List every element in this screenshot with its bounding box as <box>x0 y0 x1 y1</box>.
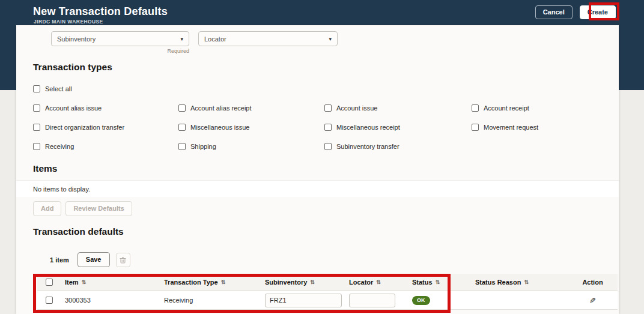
subinventory-select-label: Subinventory <box>57 35 96 43</box>
transaction-types-heading: Transaction types <box>33 62 112 73</box>
type-label: Account issue <box>336 104 377 112</box>
row-transaction-type-cell: Receiving <box>160 297 261 304</box>
delete-button[interactable] <box>116 253 130 267</box>
locator-select[interactable]: Locator ▾ <box>198 31 338 46</box>
type-label: Miscellaneous issue <box>190 124 249 131</box>
type-row-account-alias-issue: Account alias issue <box>33 104 178 112</box>
select-all-label: Select all <box>45 85 72 92</box>
save-button[interactable]: Save <box>77 252 110 267</box>
trash-icon <box>120 256 126 264</box>
row-subinventory-input[interactable] <box>265 294 342 307</box>
type-row-account-alias-receipt: Account alias receipt <box>178 104 324 112</box>
select-all-checkbox[interactable] <box>33 85 40 92</box>
column-header-subinventory[interactable]: Subinventory ⇅ <box>261 279 345 286</box>
type-row-account-receipt: Account receipt <box>472 104 604 112</box>
transaction-types-grid: Account alias issue Account alias receip… <box>33 104 604 150</box>
sort-icon[interactable]: ⇅ <box>376 280 381 285</box>
column-label: Locator <box>349 279 373 286</box>
type-row-miscellaneous-receipt: Miscellaneous receipt <box>324 124 472 131</box>
account-alias-receipt-checkbox[interactable] <box>178 104 186 112</box>
defaults-toolbar: 1 item Save <box>50 252 130 267</box>
miscellaneous-receipt-checkbox[interactable] <box>324 124 332 131</box>
subinventory-select[interactable]: Subinventory ▾ <box>51 31 189 46</box>
transaction-defaults-table: Item ⇅ Transaction Type ⇅ Subinventory ⇅… <box>37 274 618 310</box>
locator-select-label: Locator <box>204 35 226 43</box>
column-header-action: Action <box>568 279 618 286</box>
table-header-row: Item ⇅ Transaction Type ⇅ Subinventory ⇅… <box>37 274 618 291</box>
column-label: Action <box>582 279 603 286</box>
sort-icon[interactable]: ⇅ <box>221 280 226 285</box>
table-row: 3000353 Receiving OK ✎ <box>37 291 618 310</box>
shipping-checkbox[interactable] <box>178 143 186 150</box>
type-row-account-issue: Account issue <box>324 104 472 112</box>
movement-request-checkbox[interactable] <box>472 124 479 131</box>
chevron-down-icon: ▾ <box>329 36 332 42</box>
sort-icon[interactable]: ⇅ <box>310 280 315 285</box>
type-label: Direct organization transfer <box>45 124 124 131</box>
type-label: Movement request <box>484 124 538 131</box>
miscellaneous-issue-checkbox[interactable] <box>178 124 186 131</box>
column-label: Status Reason <box>475 279 521 286</box>
items-heading: Items <box>33 163 58 174</box>
account-issue-checkbox[interactable] <box>324 104 332 112</box>
sort-icon[interactable]: ⇅ <box>524 280 529 285</box>
edit-pencil-icon[interactable]: ✎ <box>589 296 596 305</box>
page-subtitle: JIRDC MAIN WAREHOUSE <box>34 19 103 25</box>
items-buttons: Add Review Defaults <box>33 201 132 216</box>
create-button[interactable]: Create <box>580 5 616 19</box>
cancel-button[interactable]: Cancel <box>535 5 573 19</box>
type-label: Account receipt <box>484 104 529 112</box>
items-empty-message: No items to display. <box>16 180 619 197</box>
type-label: Miscellaneous receipt <box>336 124 400 131</box>
header-actions: Cancel Create <box>535 5 616 19</box>
column-header-status-reason[interactable]: Status Reason ⇅ <box>472 279 568 286</box>
page-title: New Transaction Defaults <box>33 5 168 18</box>
column-label: Subinventory <box>265 279 307 286</box>
required-hint: Required <box>51 48 189 54</box>
account-alias-issue-checkbox[interactable] <box>33 104 40 112</box>
item-count: 1 item <box>50 256 69 264</box>
type-label: Subinventory transfer <box>336 143 399 150</box>
add-button[interactable]: Add <box>33 201 61 216</box>
row-item-cell: 3000353 <box>61 297 160 304</box>
column-header-item[interactable]: Item ⇅ <box>61 279 160 286</box>
status-badge: OK <box>412 296 430 305</box>
sort-icon[interactable]: ⇅ <box>436 280 440 285</box>
type-row-receiving: Receiving <box>33 143 178 150</box>
type-row-direct-organization-transfer: Direct organization transfer <box>33 124 178 131</box>
column-header-status[interactable]: Status ⇅ <box>409 279 472 286</box>
main-panel: Subinventory ▾ Locator ▾ Required Transa… <box>16 25 619 314</box>
type-row-movement-request: Movement request <box>472 124 604 131</box>
column-label: Item <box>65 279 79 286</box>
type-row-subinventory-transfer: Subinventory transfer <box>324 143 472 150</box>
type-row-miscellaneous-issue: Miscellaneous issue <box>178 124 324 131</box>
column-label: Status <box>412 279 433 286</box>
type-label: Account alias issue <box>45 104 102 112</box>
chevron-down-icon: ▾ <box>180 36 183 42</box>
row-locator-input[interactable] <box>349 294 395 307</box>
column-label: Transaction Type <box>164 279 218 286</box>
account-receipt-checkbox[interactable] <box>472 104 479 112</box>
type-label: Shipping <box>190 143 216 150</box>
column-header-locator[interactable]: Locator ⇅ <box>345 279 409 286</box>
transaction-defaults-heading: Transaction defaults <box>33 226 124 237</box>
select-all-row: Select all <box>33 85 72 92</box>
review-defaults-button[interactable]: Review Defaults <box>65 201 132 216</box>
row-select-checkbox[interactable] <box>46 297 53 304</box>
direct-organization-transfer-checkbox[interactable] <box>33 124 40 131</box>
type-row-shipping: Shipping <box>178 143 324 150</box>
select-all-rows-checkbox[interactable] <box>46 279 53 286</box>
sort-icon[interactable]: ⇅ <box>82 280 87 285</box>
subinventory-transfer-checkbox[interactable] <box>324 143 332 150</box>
type-label: Receiving <box>45 143 74 150</box>
type-label: Account alias receipt <box>190 104 252 112</box>
receiving-checkbox[interactable] <box>33 143 40 150</box>
column-header-transaction-type[interactable]: Transaction Type ⇅ <box>160 279 261 286</box>
